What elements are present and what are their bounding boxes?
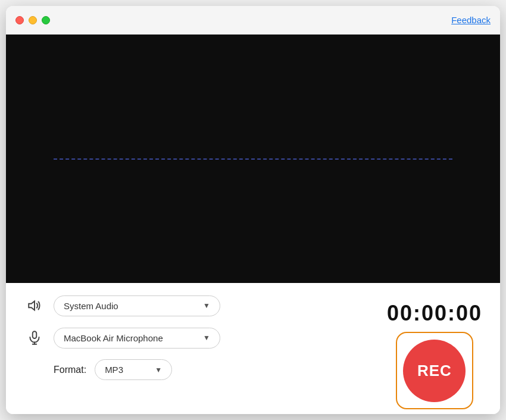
audio-source-value: System Audio — [64, 301, 198, 311]
microphone-dropdown[interactable]: MacBook Air Microphone ▼ — [54, 328, 220, 349]
timer-display: 00:00:00 — [387, 301, 482, 326]
format-label: Format: — [54, 365, 86, 375]
microphone-row: MacBook Air Microphone ▼ — [24, 327, 369, 349]
format-dropdown[interactable]: MP3 ▼ — [95, 359, 172, 380]
audio-source-row: System Audio ▼ — [24, 295, 369, 316]
feedback-link[interactable]: Feedback — [451, 15, 491, 25]
svg-marker-0 — [29, 301, 35, 310]
format-arrow: ▼ — [155, 366, 162, 374]
dotted-waveform — [54, 158, 452, 160]
audio-source-arrow: ▼ — [203, 301, 210, 310]
microphone-arrow: ▼ — [203, 334, 210, 342]
rec-label: REC — [417, 362, 452, 380]
app-window: Feedback System Audio ▼ — [6, 6, 500, 414]
traffic-lights — [15, 16, 50, 24]
speaker-icon — [24, 295, 45, 316]
rec-button[interactable]: REC — [403, 340, 466, 402]
video-area — [6, 35, 500, 283]
close-button[interactable] — [15, 16, 24, 24]
svg-rect-1 — [33, 331, 37, 338]
waveform-line — [54, 158, 452, 160]
controls-area: System Audio ▼ MacBook Air Microphone — [6, 283, 500, 414]
rec-button-container[interactable]: REC — [396, 332, 473, 409]
format-value: MP3 — [105, 365, 150, 375]
titlebar: Feedback — [6, 6, 500, 35]
maximize-button[interactable] — [42, 16, 50, 24]
minimize-button[interactable] — [29, 16, 37, 24]
microphone-value: MacBook Air Microphone — [64, 333, 198, 343]
microphone-icon — [24, 327, 45, 349]
left-controls: System Audio ▼ MacBook Air Microphone — [24, 295, 369, 380]
format-row: Format: MP3 ▼ — [24, 359, 369, 380]
right-controls: 00:00:00 REC — [387, 295, 482, 409]
audio-source-dropdown[interactable]: System Audio ▼ — [54, 295, 220, 316]
